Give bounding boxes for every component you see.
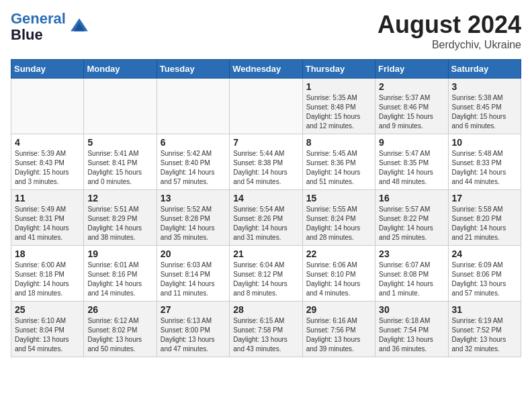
calendar-cell: 2Sunrise: 5:37 AMSunset: 8:46 PMDaylight… — [375, 79, 448, 134]
calendar-week-2: 4Sunrise: 5:39 AMSunset: 8:43 PMDaylight… — [11, 134, 521, 190]
location: Berdychiv, Ukraine — [378, 39, 521, 51]
day-info: Sunrise: 6:18 AMSunset: 7:54 PMDaylight:… — [379, 316, 444, 354]
calendar-cell: 12Sunrise: 5:51 AMSunset: 8:29 PMDayligh… — [84, 190, 157, 246]
day-info: Sunrise: 6:19 AMSunset: 7:52 PMDaylight:… — [452, 316, 517, 354]
day-number: 31 — [452, 304, 517, 315]
day-number: 9 — [379, 137, 444, 148]
day-number: 24 — [452, 248, 517, 259]
calendar-week-3: 11Sunrise: 5:49 AMSunset: 8:31 PMDayligh… — [11, 190, 521, 246]
day-number: 18 — [15, 248, 80, 259]
day-number: 30 — [379, 304, 444, 315]
day-info: Sunrise: 5:48 AMSunset: 8:33 PMDaylight:… — [452, 149, 517, 187]
day-number: 25 — [15, 304, 80, 315]
weekday-header-wednesday: Wednesday — [230, 60, 302, 79]
day-number: 26 — [87, 304, 152, 315]
day-number: 12 — [87, 193, 152, 203]
day-info: Sunrise: 6:12 AMSunset: 8:02 PMDaylight:… — [87, 316, 152, 354]
calendar-cell: 17Sunrise: 5:58 AMSunset: 8:20 PMDayligh… — [448, 190, 521, 246]
calendar-cell: 8Sunrise: 5:45 AMSunset: 8:36 PMDaylight… — [302, 134, 375, 190]
day-info: Sunrise: 5:44 AMSunset: 8:38 PMDaylight:… — [233, 149, 298, 187]
calendar-cell: 5Sunrise: 5:41 AMSunset: 8:41 PMDaylight… — [84, 134, 157, 190]
day-number: 3 — [452, 81, 517, 92]
calendar-cell: 10Sunrise: 5:48 AMSunset: 8:33 PMDayligh… — [448, 134, 521, 190]
title-block: August 2024 Berdychiv, Ukraine — [378, 11, 521, 51]
weekday-header-saturday: Saturday — [448, 60, 521, 79]
day-info: Sunrise: 6:16 AMSunset: 7:56 PMDaylight:… — [306, 316, 371, 354]
calendar-cell: 16Sunrise: 5:57 AMSunset: 8:22 PMDayligh… — [375, 190, 448, 246]
day-number: 19 — [87, 248, 152, 259]
day-info: Sunrise: 5:35 AMSunset: 8:48 PMDaylight:… — [306, 93, 371, 131]
day-number: 11 — [15, 193, 80, 203]
day-info: Sunrise: 5:45 AMSunset: 8:36 PMDaylight:… — [306, 149, 371, 187]
calendar-cell — [84, 79, 157, 134]
day-info: Sunrise: 5:55 AMSunset: 8:24 PMDaylight:… — [306, 205, 371, 242]
calendar-cell: 22Sunrise: 6:06 AMSunset: 8:10 PMDayligh… — [302, 246, 375, 302]
calendar-cell: 4Sunrise: 5:39 AMSunset: 8:43 PMDaylight… — [11, 134, 84, 190]
day-info: Sunrise: 5:54 AMSunset: 8:26 PMDaylight:… — [233, 205, 298, 242]
day-info: Sunrise: 5:49 AMSunset: 8:31 PMDaylight:… — [15, 205, 80, 242]
day-info: Sunrise: 6:13 AMSunset: 8:00 PMDaylight:… — [161, 316, 226, 354]
day-number: 21 — [233, 248, 298, 259]
calendar-week-1: 1Sunrise: 5:35 AMSunset: 8:48 PMDaylight… — [11, 79, 521, 134]
calendar-cell — [11, 79, 84, 134]
calendar-cell: 23Sunrise: 6:07 AMSunset: 8:08 PMDayligh… — [375, 246, 448, 302]
day-info: Sunrise: 6:07 AMSunset: 8:08 PMDaylight:… — [379, 261, 444, 298]
day-info: Sunrise: 6:09 AMSunset: 8:06 PMDaylight:… — [452, 261, 517, 298]
day-number: 22 — [306, 248, 371, 259]
day-info: Sunrise: 6:06 AMSunset: 8:10 PMDaylight:… — [306, 261, 371, 298]
weekday-header-friday: Friday — [375, 60, 448, 79]
weekday-header-row: SundayMondayTuesdayWednesdayThursdayFrid… — [11, 60, 521, 79]
calendar-cell: 21Sunrise: 6:04 AMSunset: 8:12 PMDayligh… — [230, 246, 302, 302]
day-info: Sunrise: 6:00 AMSunset: 8:18 PMDaylight:… — [15, 261, 80, 298]
calendar-cell: 14Sunrise: 5:54 AMSunset: 8:26 PMDayligh… — [230, 190, 302, 246]
weekday-header-tuesday: Tuesday — [157, 60, 229, 79]
calendar-cell: 9Sunrise: 5:47 AMSunset: 8:35 PMDaylight… — [375, 134, 448, 190]
month-year: August 2024 — [378, 11, 521, 39]
calendar-week-4: 18Sunrise: 6:00 AMSunset: 8:18 PMDayligh… — [11, 246, 521, 302]
day-info: Sunrise: 5:42 AMSunset: 8:40 PMDaylight:… — [161, 149, 226, 187]
calendar-cell: 19Sunrise: 6:01 AMSunset: 8:16 PMDayligh… — [84, 246, 157, 302]
calendar-cell: 27Sunrise: 6:13 AMSunset: 8:00 PMDayligh… — [157, 302, 229, 357]
calendar-week-5: 25Sunrise: 6:10 AMSunset: 8:04 PMDayligh… — [11, 302, 521, 357]
page-header: GeneralBlue August 2024 Berdychiv, Ukrai… — [11, 11, 521, 51]
weekday-header-monday: Monday — [84, 60, 157, 79]
calendar-cell: 18Sunrise: 6:00 AMSunset: 8:18 PMDayligh… — [11, 246, 84, 302]
weekday-header-thursday: Thursday — [302, 60, 375, 79]
logo-text: GeneralBlue — [11, 11, 66, 43]
day-info: Sunrise: 5:47 AMSunset: 8:35 PMDaylight:… — [379, 149, 444, 187]
calendar-cell: 13Sunrise: 5:52 AMSunset: 8:28 PMDayligh… — [157, 190, 229, 246]
calendar-cell: 1Sunrise: 5:35 AMSunset: 8:48 PMDaylight… — [302, 79, 375, 134]
day-info: Sunrise: 6:15 AMSunset: 7:58 PMDaylight:… — [233, 316, 298, 354]
day-info: Sunrise: 5:58 AMSunset: 8:20 PMDaylight:… — [452, 205, 517, 242]
day-number: 7 — [233, 137, 298, 148]
calendar-cell: 30Sunrise: 6:18 AMSunset: 7:54 PMDayligh… — [375, 302, 448, 357]
calendar-table: SundayMondayTuesdayWednesdayThursdayFrid… — [11, 59, 521, 357]
calendar-cell: 28Sunrise: 6:15 AMSunset: 7:58 PMDayligh… — [230, 302, 302, 357]
day-info: Sunrise: 6:03 AMSunset: 8:14 PMDaylight:… — [161, 261, 226, 298]
day-number: 28 — [233, 304, 298, 315]
day-info: Sunrise: 5:37 AMSunset: 8:46 PMDaylight:… — [379, 93, 444, 131]
day-number: 17 — [452, 193, 517, 203]
day-info: Sunrise: 6:04 AMSunset: 8:12 PMDaylight:… — [233, 261, 298, 298]
day-number: 29 — [306, 304, 371, 315]
day-info: Sunrise: 6:10 AMSunset: 8:04 PMDaylight:… — [15, 316, 80, 354]
calendar-cell: 29Sunrise: 6:16 AMSunset: 7:56 PMDayligh… — [302, 302, 375, 357]
day-number: 23 — [379, 248, 444, 259]
day-number: 15 — [306, 193, 371, 203]
day-info: Sunrise: 5:38 AMSunset: 8:45 PMDaylight:… — [452, 93, 517, 131]
weekday-header-sunday: Sunday — [11, 60, 84, 79]
day-number: 2 — [379, 81, 444, 92]
calendar-cell: 25Sunrise: 6:10 AMSunset: 8:04 PMDayligh… — [11, 302, 84, 357]
day-info: Sunrise: 5:51 AMSunset: 8:29 PMDaylight:… — [87, 205, 152, 242]
logo: GeneralBlue — [11, 11, 90, 43]
day-info: Sunrise: 5:52 AMSunset: 8:28 PMDaylight:… — [161, 205, 226, 242]
calendar-cell: 20Sunrise: 6:03 AMSunset: 8:14 PMDayligh… — [157, 246, 229, 302]
day-number: 27 — [161, 304, 226, 315]
calendar-cell: 6Sunrise: 5:42 AMSunset: 8:40 PMDaylight… — [157, 134, 229, 190]
calendar-cell: 31Sunrise: 6:19 AMSunset: 7:52 PMDayligh… — [448, 302, 521, 357]
calendar-cell — [230, 79, 302, 134]
calendar-cell: 3Sunrise: 5:38 AMSunset: 8:45 PMDaylight… — [448, 79, 521, 134]
calendar-cell: 7Sunrise: 5:44 AMSunset: 8:38 PMDaylight… — [230, 134, 302, 190]
day-number: 16 — [379, 193, 444, 203]
day-number: 5 — [87, 137, 152, 148]
